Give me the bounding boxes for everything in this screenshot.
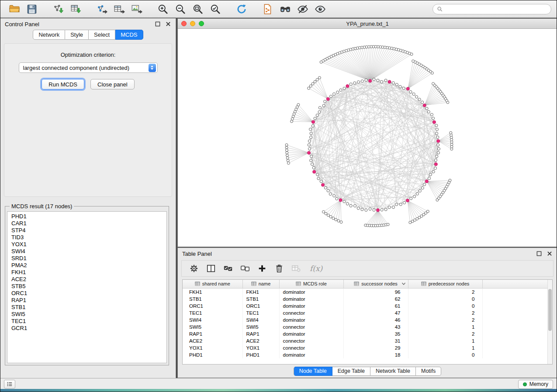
table-cell: connector [279, 309, 343, 316]
first-neighbors-icon[interactable] [279, 3, 292, 16]
mcds-result-item[interactable]: ORC1 [11, 290, 166, 297]
mcds-result-item[interactable]: TEC1 [11, 318, 166, 325]
table-row[interactable]: ORC1ORC1dominator610 [183, 303, 552, 309]
float-table-panel-icon[interactable] [536, 251, 542, 257]
gear-icon[interactable] [189, 263, 199, 274]
table-panel-header: Table Panel [178, 248, 557, 259]
column-header-shared-name[interactable]: shared name [183, 280, 242, 288]
float-panel-icon[interactable] [155, 21, 161, 27]
scrollbar-thumb[interactable] [548, 289, 552, 331]
export-network-icon[interactable] [95, 3, 108, 16]
open-icon[interactable] [8, 3, 21, 16]
save-icon[interactable] [25, 3, 38, 16]
mcds-result-item[interactable]: PHD1 [11, 213, 166, 220]
mcds-result-item[interactable]: SRD1 [11, 255, 166, 262]
table-scrollbar[interactable] [547, 280, 552, 364]
table-cell: SWI4 [242, 316, 279, 323]
close-panel-icon[interactable] [165, 21, 171, 27]
duplicate-network-icon[interactable] [261, 3, 274, 16]
delete-table-icon[interactable] [291, 263, 301, 274]
tab-mcds[interactable]: MCDS [115, 30, 143, 40]
memory-button[interactable]: Memory [518, 380, 553, 389]
close-table-panel-icon[interactable] [547, 251, 553, 257]
table-cell: TEC1 [183, 309, 242, 316]
table-row[interactable]: SWI4SWI4dominator462 [183, 316, 552, 323]
zoom-in-icon[interactable] [156, 3, 170, 16]
show-all-icon[interactable] [314, 3, 327, 16]
table-cell: connector [279, 344, 343, 351]
criterion-dropdown[interactable]: largest connected component (undirected) [19, 62, 158, 73]
table-row[interactable]: TEC1TEC1connector472 [183, 309, 552, 316]
export-table-icon[interactable] [113, 3, 126, 16]
mcds-result-item[interactable]: STB1 [11, 304, 166, 311]
search-input[interactable] [446, 6, 547, 12]
table-row[interactable]: ACE2ACE2connector311 [183, 337, 552, 344]
panel-menu-icon[interactable] [4, 380, 15, 389]
table-cell: dominator [279, 296, 343, 303]
mcds-result-list[interactable]: PHD1CAR1STP4TID3YOX1SWI4SRD1PMA2FKH1ACE2… [7, 211, 167, 363]
table-row[interactable]: FKH1FKH1dominator962 [183, 288, 552, 296]
function-builder-button[interactable]: f(x) [310, 264, 322, 273]
tab-style[interactable]: Style [65, 30, 89, 40]
delete-row-icon[interactable] [274, 263, 284, 274]
tab-motifs[interactable]: Motifs [416, 367, 441, 376]
mcds-result-item[interactable]: RAP1 [11, 297, 166, 304]
mcds-result-item[interactable]: TID3 [11, 234, 166, 241]
zoom-selected-icon[interactable] [209, 3, 222, 16]
tab-edge-table[interactable]: Edge Table [332, 367, 370, 376]
mcds-result-item[interactable]: STP4 [11, 227, 166, 234]
mcds-result-item[interactable]: CAR1 [11, 220, 166, 227]
criterion-selected-value: largest connected component (undirected) [23, 65, 147, 71]
sort-chevron-icon[interactable] [401, 281, 406, 286]
close-window-icon[interactable] [181, 21, 187, 26]
select-all-icon[interactable] [223, 263, 233, 274]
mcds-result-item[interactable]: SWI5 [11, 311, 166, 318]
tab-network[interactable]: Network [33, 30, 65, 40]
refresh-icon[interactable] [235, 3, 248, 16]
table-row[interactable]: YOX1YOX1connector291 [183, 344, 552, 351]
mcds-result-item[interactable]: FKH1 [11, 269, 166, 276]
mcds-result-item[interactable]: GCR1 [11, 325, 166, 332]
tab-node-table[interactable]: Node Table [294, 367, 332, 376]
table-cell: 35 [343, 330, 408, 337]
columns-icon[interactable] [206, 263, 216, 274]
column-header-MCDS-role[interactable]: MCDS role [279, 280, 343, 288]
run-mcds-button[interactable]: Run MCDS [42, 79, 84, 89]
mcds-result-item[interactable]: ACE2 [11, 276, 166, 283]
table-cell: 47 [343, 309, 408, 316]
add-row-icon[interactable] [257, 263, 267, 274]
import-network-icon[interactable] [52, 3, 65, 16]
search-box[interactable] [432, 4, 551, 14]
table-row[interactable]: PHD1PHD1dominator180 [183, 351, 552, 358]
table-cell: 31 [343, 337, 408, 344]
network-canvas[interactable] [178, 29, 557, 247]
mcds-result-item[interactable]: STB5 [11, 283, 166, 290]
column-header-successor-nodes[interactable]: successor nodes [343, 280, 408, 288]
export-image-icon[interactable] [130, 3, 143, 16]
minimize-window-icon[interactable] [190, 21, 195, 26]
mcds-result-item[interactable]: YOX1 [11, 241, 166, 248]
table-row[interactable]: SWI5SWI5connector431 [183, 323, 552, 330]
close-panel-button[interactable]: Close panel [90, 79, 135, 89]
mcds-result-item[interactable]: PMA2 [11, 262, 166, 269]
desktop-wallpaper-strip [0, 389, 557, 392]
tab-network-table[interactable]: Network Table [370, 367, 416, 376]
tab-select[interactable]: Select [89, 30, 115, 40]
mcds-result-item[interactable]: SWI4 [11, 248, 166, 255]
table-row[interactable]: STB1STB1dominator620 [183, 296, 552, 303]
zoom-out-icon[interactable] [174, 3, 187, 16]
control-panel-tabs: NetworkStyleSelectMCDS [0, 30, 176, 40]
zoom-fit-icon[interactable] [191, 3, 204, 16]
column-header-name[interactable]: name [242, 280, 279, 288]
import-table-icon[interactable] [69, 3, 82, 16]
deselect-all-icon[interactable] [240, 263, 250, 274]
table-cell: FKH1 [242, 288, 279, 296]
hide-selected-icon[interactable] [296, 3, 309, 16]
column-header-content: name [244, 280, 278, 288]
network-window-titlebar[interactable]: YPA_prune.txt_1 [178, 19, 557, 29]
maximize-window-icon[interactable] [199, 21, 204, 26]
table-row[interactable]: RAP1RAP1dominator352 [183, 330, 552, 337]
column-header-predecessor-nodes[interactable]: predecessor nodes [408, 280, 482, 288]
table-cell: 18 [343, 351, 408, 358]
table-cell: connector [279, 323, 343, 330]
